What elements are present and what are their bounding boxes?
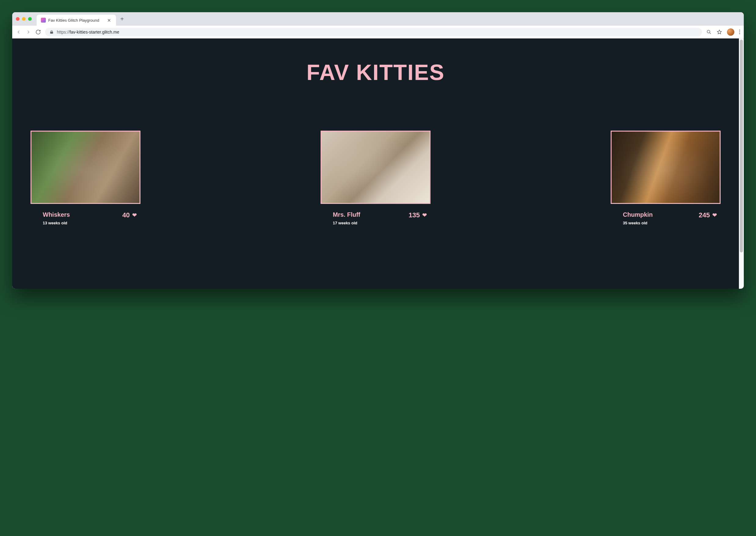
like-count: 245 <box>699 211 710 219</box>
url-scheme: https:// <box>57 30 70 35</box>
browser-tab[interactable]: Fav Kitties Glitch Playground ✕ <box>37 15 116 26</box>
new-tab-button[interactable]: + <box>120 16 124 22</box>
window-controls <box>16 17 32 21</box>
url-host: fav-kitties-starter.glitch.me <box>70 30 120 35</box>
cat-name: Mrs. Fluff <box>333 211 360 218</box>
scrollbar[interactable] <box>739 39 744 289</box>
cat-cards: Whiskers 13 weeks old 40 ❤ Mrs. Fluff <box>27 131 724 225</box>
zoom-icon[interactable] <box>706 29 712 35</box>
close-window-button[interactable] <box>16 17 19 21</box>
svg-point-0 <box>707 30 710 33</box>
cat-image <box>30 131 140 204</box>
bookmark-star-icon[interactable] <box>717 29 722 35</box>
address-bar[interactable]: https://fav-kitties-starter.glitch.me <box>45 28 702 36</box>
cat-name: Chumpkin <box>623 211 653 218</box>
url-text: https://fav-kitties-starter.glitch.me <box>57 30 120 35</box>
browser-window: Fav Kitties Glitch Playground ✕ + https:… <box>12 12 744 289</box>
reload-button[interactable] <box>35 29 41 35</box>
toolbar: https://fav-kitties-starter.glitch.me <box>12 26 744 39</box>
heart-icon: ❤ <box>422 212 427 218</box>
tab-title: Fav Kitties Glitch Playground <box>48 18 99 22</box>
cat-image <box>611 131 721 204</box>
profile-avatar[interactable] <box>727 28 734 36</box>
cat-name: Whiskers <box>43 211 70 218</box>
heart-icon: ❤ <box>712 212 717 218</box>
favicon-icon <box>41 18 46 22</box>
minimize-window-button[interactable] <box>22 17 26 21</box>
close-tab-button[interactable]: ✕ <box>107 17 112 23</box>
cat-card: Whiskers 13 weeks old 40 ❤ <box>30 131 140 225</box>
cat-card: Chumpkin 35 weeks old 245 ❤ <box>611 131 721 225</box>
cat-age: 35 weeks old <box>623 221 653 225</box>
like-button[interactable]: 245 ❤ <box>699 211 721 219</box>
cat-card: Mrs. Fluff 17 weeks old 135 ❤ <box>321 131 430 225</box>
scrollbar-thumb[interactable] <box>740 40 743 252</box>
lock-icon <box>50 30 54 34</box>
cat-age: 13 weeks old <box>43 221 70 225</box>
cat-age: 17 weeks old <box>333 221 360 225</box>
like-button[interactable]: 135 ❤ <box>408 211 430 219</box>
forward-button[interactable] <box>26 29 31 35</box>
tab-bar: Fav Kitties Glitch Playground ✕ + <box>12 12 744 26</box>
page-content: FAV KITTIES Whiskers 13 weeks old 40 ❤ <box>12 39 744 289</box>
like-button[interactable]: 40 ❤ <box>122 211 140 219</box>
like-count: 135 <box>408 211 420 219</box>
page-title: FAV KITTIES <box>27 60 724 85</box>
cat-image <box>321 131 430 204</box>
toolbar-actions <box>706 28 740 36</box>
back-button[interactable] <box>16 29 21 35</box>
like-count: 40 <box>122 211 130 219</box>
heart-icon: ❤ <box>132 212 137 218</box>
browser-menu-button[interactable] <box>739 30 740 34</box>
maximize-window-button[interactable] <box>28 17 32 21</box>
